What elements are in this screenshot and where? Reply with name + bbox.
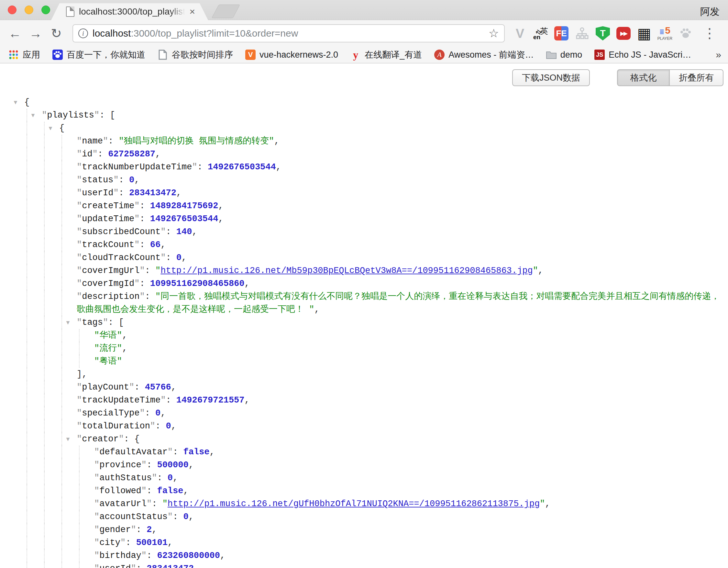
back-button[interactable]: ← xyxy=(6,27,24,40)
indent-guide xyxy=(44,368,45,381)
indent-guide xyxy=(61,161,62,173)
indent-guide xyxy=(61,342,62,355)
paw-extension-icon[interactable] xyxy=(678,26,693,41)
indent-guide xyxy=(27,264,27,277)
indent-guide xyxy=(27,394,27,407)
minimize-window-button[interactable] xyxy=(25,6,33,14)
json-line: "subscribedCount": 140, xyxy=(0,225,725,238)
collapse-toggle-icon[interactable]: ▼ xyxy=(65,433,71,446)
html5-player-extension-icon[interactable]: ≣5PLAYER xyxy=(657,26,672,41)
fe-extension-icon[interactable]: FE xyxy=(554,26,569,41)
qr-code-extension-icon[interactable]: ▦ xyxy=(637,26,652,41)
download-json-button[interactable]: 下载JSON数据 xyxy=(512,69,590,86)
page-icon xyxy=(158,50,168,60)
json-line: "playCount": 45766, xyxy=(0,381,725,394)
tab-bar: localhost:3000/top_playlist?lim × 阿发 xyxy=(0,0,728,20)
close-window-button[interactable] xyxy=(8,6,17,14)
collapse-toggle-icon[interactable]: ▼ xyxy=(48,122,53,135)
sitemap-extension-icon[interactable] xyxy=(575,26,590,41)
reload-button[interactable]: ↻ xyxy=(47,27,65,40)
json-line: "status": 0, xyxy=(0,173,725,186)
forward-button[interactable]: → xyxy=(27,27,45,40)
indent-guide xyxy=(27,186,27,199)
json-line: "trackCount": 66, xyxy=(0,238,725,251)
indent-guide xyxy=(27,251,27,264)
indent-guide xyxy=(61,355,62,368)
new-tab-button[interactable] xyxy=(212,5,240,18)
format-button[interactable]: 格式化 xyxy=(617,69,669,86)
indent-guide xyxy=(44,472,45,485)
bookmark-youdao[interactable]: y 在线翻译_有道 xyxy=(350,49,422,61)
indent-guide xyxy=(27,109,27,122)
indent-guide xyxy=(79,536,80,549)
bookmark-folder-demo[interactable]: demo xyxy=(546,50,582,60)
indent-guide xyxy=(61,329,62,342)
indent-guide xyxy=(44,342,45,355)
site-info-icon[interactable]: i xyxy=(78,28,88,38)
indent-guide xyxy=(61,186,62,199)
bookmark-vue-hackernews[interactable]: V vue-hackernews-2.0 xyxy=(245,50,338,60)
indent-guide xyxy=(61,135,62,148)
indent-guide xyxy=(44,536,45,549)
indent-guide xyxy=(27,342,27,355)
browser-menu-icon[interactable]: ⋮ xyxy=(699,27,720,40)
echojs-icon: JS xyxy=(594,50,605,60)
indent-guide xyxy=(79,459,80,472)
indent-guide xyxy=(79,342,80,355)
youdao-icon: y xyxy=(350,50,361,60)
indent-guide xyxy=(44,549,45,562)
bookmark-apps[interactable]: 应用 xyxy=(8,49,40,61)
indent-guide xyxy=(44,485,45,497)
json-line: ▼"creator": { xyxy=(0,433,725,446)
indent-guide xyxy=(44,497,45,510)
tampermonkey-extension-icon[interactable]: T xyxy=(595,26,610,41)
collapse-toggle-icon[interactable]: ▼ xyxy=(65,316,71,329)
indent-guide xyxy=(44,161,45,173)
tab-close-icon[interactable]: × xyxy=(189,7,195,17)
bookmark-google-sort[interactable]: 谷歌按时间排序 xyxy=(158,49,233,61)
indent-guide xyxy=(44,212,45,225)
indent-guide xyxy=(44,251,45,264)
url-host: localhost xyxy=(93,28,131,39)
indent-guide xyxy=(44,355,45,368)
indent-guide xyxy=(27,173,27,186)
json-url-link[interactable]: http://p1.music.126.net/gUfH0bhzOfAl71NU… xyxy=(168,499,540,509)
page-favicon xyxy=(66,6,74,17)
collapse-all-button[interactable]: 折叠所有 xyxy=(669,69,723,86)
json-line: "createTime": 1489284175692, xyxy=(0,199,725,212)
indent-guide xyxy=(61,173,62,186)
indent-guide xyxy=(27,485,27,497)
zoom-window-button[interactable] xyxy=(41,6,50,14)
indent-guide xyxy=(27,355,27,368)
indent-guide xyxy=(79,355,80,368)
json-line: "trackNumberUpdateTime": 1492676503544, xyxy=(0,161,725,173)
collapse-toggle-icon[interactable]: ▼ xyxy=(30,109,36,122)
bookmark-baidu[interactable]: 百度一下，你就知道 xyxy=(52,49,145,61)
video-speed-extension-icon[interactable]: ▶▶ xyxy=(616,26,631,41)
json-line: "specialType": 0, xyxy=(0,407,725,420)
indent-guide xyxy=(27,316,27,329)
indent-guide xyxy=(27,290,27,316)
indent-guide xyxy=(61,238,62,251)
translate-extension-icon[interactable]: 英 en ⇄ xyxy=(533,26,548,41)
bookmarks-overflow-icon[interactable]: » xyxy=(716,49,721,60)
indent-guide xyxy=(44,420,45,433)
bookmark-awesomes[interactable]: A Awesomes - 前端资… xyxy=(434,49,534,61)
bookmark-star-icon[interactable]: ☆ xyxy=(489,27,499,40)
profile-name[interactable]: 阿发 xyxy=(700,5,720,18)
indent-guide xyxy=(27,549,27,562)
collapse-toggle-icon[interactable]: ▼ xyxy=(13,96,18,109)
indent-guide xyxy=(61,497,62,510)
indent-guide xyxy=(44,238,45,251)
bookmark-echojs[interactable]: JS Echo JS - JavaScri… xyxy=(594,50,691,60)
json-url-link[interactable]: http://p1.music.126.net/Mb59p30BpEQLcBQe… xyxy=(160,266,533,275)
vue-devtools-extension-icon[interactable]: V xyxy=(513,26,527,41)
indent-guide xyxy=(79,329,80,342)
indent-guide xyxy=(61,199,62,212)
address-bar[interactable]: i localhost:3000/top_playlist?limit=10&o… xyxy=(72,24,505,42)
indent-guide xyxy=(61,148,62,161)
apps-grid-icon xyxy=(8,50,19,60)
browser-tab[interactable]: localhost:3000/top_playlist?lim × xyxy=(51,3,208,20)
indent-guide xyxy=(79,497,80,510)
url-text[interactable]: localhost:3000/top_playlist?limit=10&ord… xyxy=(93,28,485,39)
